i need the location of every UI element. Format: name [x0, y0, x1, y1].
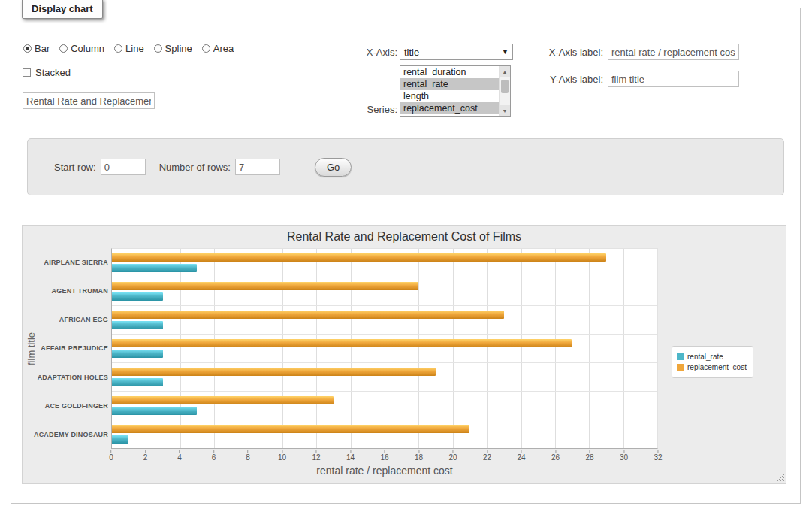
radio-icon[interactable] [114, 44, 122, 53]
bar-replacement_cost[interactable] [112, 339, 572, 347]
chart-title-input[interactable] [23, 92, 155, 109]
chart-type-area[interactable]: Area [202, 43, 234, 54]
category-band [112, 363, 657, 392]
x-axis-ticks: 02468101214161820222426283032 [111, 450, 658, 463]
x-tick: 24 [517, 450, 525, 462]
chart-type-spline[interactable]: Spline [154, 43, 192, 54]
tick-label: 28 [585, 453, 593, 462]
series-options: rental_durationrental_ratelengthreplacem… [400, 66, 499, 116]
stacked-checkbox-row[interactable]: Stacked [23, 67, 71, 78]
series-option-length[interactable]: length [400, 90, 499, 102]
category-band [112, 420, 657, 448]
display-chart-fieldset: Display chart BarColumnLineSplineArea St… [11, 8, 801, 504]
tick-mark [248, 450, 249, 453]
plot-area [111, 248, 658, 449]
yaxis-label-input[interactable] [608, 71, 739, 87]
y-axis-title: film title [24, 248, 38, 449]
bar-rental_rate[interactable] [112, 292, 163, 301]
tick-mark [453, 450, 454, 453]
scroll-down-icon[interactable]: ▼ [500, 105, 510, 116]
category-band [112, 392, 657, 420]
listbox-scrollbar[interactable]: ▲ ▼ [499, 66, 510, 116]
x-tick: 22 [483, 450, 491, 462]
chart-type-label: Spline [165, 43, 192, 54]
bar-replacement_cost[interactable] [112, 282, 418, 290]
x-tick: 26 [551, 450, 560, 462]
bar-rental_rate[interactable] [112, 435, 128, 444]
bar-rental_rate[interactable] [112, 321, 163, 329]
xaxis-select[interactable]: title ▼ [400, 44, 513, 60]
tick-mark [282, 450, 282, 453]
chart-type-line[interactable]: Line [114, 43, 144, 54]
tick-mark [418, 450, 419, 453]
row-range-panel: Start row: Number of rows: Go [27, 138, 784, 195]
chart-type-label: Column [71, 43, 104, 54]
chart-type-bar[interactable]: Bar [23, 43, 50, 54]
chart-title: Rental Rate and Replacement Cost of Film… [23, 230, 786, 244]
series-option-rental_rate[interactable]: rental_rate [400, 78, 499, 90]
radio-icon[interactable] [202, 44, 210, 53]
scroll-up-icon[interactable]: ▲ [500, 66, 510, 77]
tick-mark [316, 450, 317, 453]
legend-item-replacement_cost[interactable]: replacement_cost [677, 363, 747, 371]
series-option-replacement_cost[interactable]: replacement_cost [400, 102, 499, 114]
bar-replacement_cost[interactable] [112, 425, 469, 433]
chevron-down-icon: ▼ [502, 48, 509, 56]
tick-label: 12 [312, 453, 320, 462]
radio-icon[interactable] [154, 44, 162, 53]
x-tick: 2 [143, 450, 148, 462]
bar-replacement_cost[interactable] [112, 253, 606, 262]
bar-rental_rate[interactable] [112, 378, 163, 386]
tick-mark [658, 450, 659, 453]
x-tick: 8 [246, 450, 250, 462]
chart-panel: Rental Rate and Replacement Cost of Film… [22, 225, 786, 484]
xaxis-label-input[interactable] [608, 44, 739, 60]
tick-label: 4 [177, 453, 182, 462]
x-tick: 6 [212, 450, 216, 462]
tick-mark [521, 450, 522, 453]
tick-label: 16 [380, 453, 388, 462]
tick-label: 0 [109, 453, 113, 462]
yaxis-label-label: Y-Axis label: [527, 74, 603, 85]
chart-type-column[interactable]: Column [59, 43, 104, 54]
category-label: AFRICAN EGG [39, 305, 108, 334]
start-row-input[interactable] [101, 159, 146, 175]
num-rows-input[interactable] [235, 159, 280, 175]
category-label: ACE GOLDFINGER [39, 392, 108, 420]
tick-label: 2 [143, 453, 148, 462]
resize-handle-icon[interactable] [777, 474, 784, 482]
tick-label: 8 [246, 453, 250, 462]
bar-rental_rate[interactable] [112, 350, 163, 358]
checkbox-icon[interactable] [23, 68, 31, 77]
series-option-rental_duration[interactable]: rental_duration [400, 66, 499, 78]
tick-mark [623, 450, 624, 453]
x-tick: 30 [620, 450, 628, 462]
tick-mark [590, 450, 590, 453]
legend-item-rental_rate[interactable]: rental_rate [677, 353, 747, 361]
bar-replacement_cost[interactable] [112, 396, 334, 404]
radio-icon[interactable] [23, 44, 32, 53]
x-tick: 12 [312, 450, 320, 462]
stacked-label: Stacked [35, 67, 71, 78]
scrollbar-thumb[interactable] [501, 80, 509, 93]
bar-replacement_cost[interactable] [112, 311, 504, 319]
bar-rental_rate[interactable] [112, 264, 197, 272]
x-tick: 0 [109, 450, 113, 462]
chart-type-group: BarColumnLineSplineArea [23, 43, 234, 54]
chart-type-label: Line [125, 43, 144, 54]
legend-label: replacement_cost [687, 363, 747, 371]
tick-label: 14 [346, 453, 355, 462]
tick-mark [213, 450, 214, 453]
xaxis-label: X-Axis: [334, 47, 397, 58]
bar-replacement_cost[interactable] [112, 368, 436, 376]
category-band [112, 306, 657, 335]
category-axis: AIRPLANE SIERRAAGENT TRUMANAFRICAN EGGAF… [39, 248, 108, 449]
go-button[interactable]: Go [315, 158, 352, 177]
series-listbox[interactable]: rental_durationrental_ratelengthreplacem… [400, 65, 511, 117]
category-label: AIRPLANE SIERRA [39, 248, 108, 277]
bar-rental_rate[interactable] [112, 407, 197, 415]
category-label: ADAPTATION HOLES [39, 363, 108, 392]
scrollbar-track [500, 93, 510, 105]
tick-mark [350, 450, 351, 453]
radio-icon[interactable] [59, 44, 68, 53]
